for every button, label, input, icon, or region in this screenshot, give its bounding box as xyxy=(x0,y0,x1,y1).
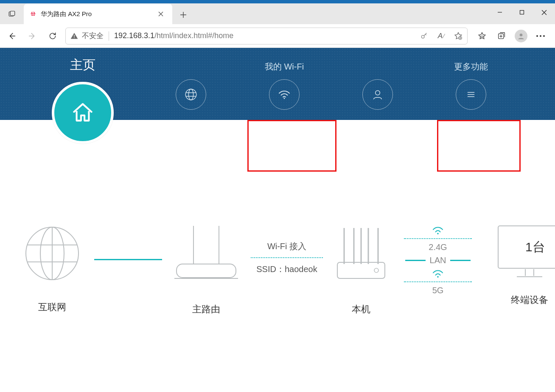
menu-icon-ring xyxy=(456,79,486,110)
refresh-icon xyxy=(48,32,57,40)
home-icon xyxy=(69,99,97,127)
topo-internet[interactable]: 互联网 xyxy=(16,224,88,314)
svg-rect-4 xyxy=(74,37,75,38)
tab-actions-button[interactable] xyxy=(0,4,24,24)
lan-line-right xyxy=(450,260,471,261)
browser-tab-strip: 华为路由 AX2 Pro xyxy=(0,0,555,24)
ellipsis-icon xyxy=(536,35,545,37)
topo-main-router-label: 主路由 xyxy=(192,303,220,316)
topo-terminals-label: 终端设备 xyxy=(511,294,548,306)
globe-icon xyxy=(184,87,198,102)
internet-globe-icon xyxy=(22,224,82,283)
address-bar[interactable]: 不安全 192.168.3.1/html/index.html#/home A⧸ xyxy=(65,28,468,44)
svg-rect-3 xyxy=(74,35,75,36)
svg-point-15 xyxy=(376,91,380,95)
wifi-icon-ring xyxy=(269,79,300,110)
svg-rect-2 xyxy=(520,11,524,14)
main-router-icon xyxy=(170,222,242,285)
favorite-star-icon[interactable] xyxy=(454,31,463,41)
nav-more-label: 更多功能 xyxy=(454,61,488,72)
maximize-icon xyxy=(519,10,524,15)
tab-title: 华为路由 AX2 Pro xyxy=(41,10,92,18)
lan-label: LAN xyxy=(430,256,446,265)
topo-lan-bands: 2.4G LAN 5G xyxy=(400,225,476,295)
menu-icon xyxy=(465,88,477,101)
main-nav: 主页 我的 Wi-Fi xyxy=(21,56,555,124)
terminal-count-text: 1台 xyxy=(525,240,545,254)
monitor-icon: 1台 xyxy=(496,222,555,285)
plus-icon xyxy=(180,11,187,18)
lan-line-left xyxy=(405,260,426,261)
nav-back-button[interactable] xyxy=(3,27,21,45)
more-menu-button[interactable] xyxy=(531,27,550,45)
topo-this-device[interactable]: 本机 xyxy=(329,222,393,316)
svg-point-12 xyxy=(185,89,196,100)
insecure-label: 不安全 xyxy=(82,31,104,41)
url-path: /html/index.html#/home xyxy=(154,31,233,40)
topo-main-router[interactable]: 主路由 xyxy=(168,222,244,316)
home-icon-circle xyxy=(52,82,114,144)
topo-internet-label: 互联网 xyxy=(38,301,66,314)
ssid-label: SSID：haodeok xyxy=(256,262,317,276)
profile-button[interactable] xyxy=(512,27,530,45)
dotted-line-5g xyxy=(404,281,472,282)
window-maximize-button[interactable] xyxy=(511,3,533,21)
nav-devices[interactable] xyxy=(331,56,424,110)
browser-tab-active[interactable]: 华为路由 AX2 Pro xyxy=(24,4,172,24)
highlight-box-wifi xyxy=(247,120,336,172)
nav-home[interactable]: 主页 xyxy=(21,56,144,141)
svg-point-11 xyxy=(543,35,545,37)
favorites-button[interactable] xyxy=(473,27,491,45)
close-icon xyxy=(158,11,163,17)
wifi-icon xyxy=(277,87,292,102)
svg-point-8 xyxy=(520,33,523,36)
topo-terminals[interactable]: 1台 终端设备 xyxy=(500,222,555,306)
browser-toolbar: 不安全 192.168.3.1/html/index.html#/home A⧸ xyxy=(0,24,555,48)
tab-actions-icon xyxy=(8,10,16,18)
password-key-icon[interactable] xyxy=(420,32,429,40)
window-controls xyxy=(489,3,555,21)
svg-point-9 xyxy=(536,35,538,37)
url-text: 192.168.3.1/html/index.html#/home xyxy=(114,31,233,40)
svg-rect-1 xyxy=(10,11,15,16)
band-24g-label: 2.4G xyxy=(429,242,447,252)
arrow-left-icon xyxy=(7,31,17,41)
window-close-button[interactable] xyxy=(533,3,555,21)
page-content: 主页 我的 Wi-Fi xyxy=(0,48,555,392)
nav-internet[interactable] xyxy=(144,56,238,110)
nav-refresh-button[interactable] xyxy=(43,27,62,45)
svg-point-14 xyxy=(284,98,285,99)
collections-button[interactable] xyxy=(492,27,511,45)
collections-icon xyxy=(497,31,506,41)
read-aloud-icon[interactable]: A⧸ xyxy=(438,32,444,40)
user-icon xyxy=(371,88,384,101)
nav-my-wifi-label: 我的 Wi-Fi xyxy=(265,61,304,72)
address-separator xyxy=(109,31,109,41)
svg-point-29 xyxy=(437,276,439,278)
tab-close-button[interactable] xyxy=(157,10,165,18)
arrow-right-icon xyxy=(28,31,37,41)
new-tab-button[interactable] xyxy=(175,6,192,23)
url-host: 192.168.3.1 xyxy=(114,31,154,40)
globe-icon-ring xyxy=(176,79,206,110)
nav-my-wifi[interactable]: 我的 Wi-Fi xyxy=(238,56,331,110)
nav-more[interactable]: 更多功能 xyxy=(424,56,518,110)
band-5g-label: 5G xyxy=(432,286,444,295)
wifi-access-label: Wi-Fi 接入 xyxy=(267,239,306,253)
nav-home-label: 主页 xyxy=(70,59,95,71)
topo-wifi-link: Wi-Fi 接入 SSID：haodeok xyxy=(244,239,329,276)
wifi-24g-icon xyxy=(431,225,445,235)
insecure-warning-icon xyxy=(70,32,78,40)
svg-point-27 xyxy=(374,268,378,272)
dotted-line-24g xyxy=(404,238,472,239)
window-minimize-button[interactable] xyxy=(489,3,511,21)
user-icon-ring xyxy=(362,79,393,110)
svg-rect-20 xyxy=(177,264,236,278)
svg-point-13 xyxy=(188,89,193,100)
svg-point-10 xyxy=(540,35,541,37)
favorites-icon xyxy=(477,31,487,41)
nav-forward-button[interactable] xyxy=(23,27,42,45)
this-router-icon xyxy=(331,222,391,285)
security-indicator[interactable]: 不安全 xyxy=(70,31,104,41)
topo-this-device-label: 本机 xyxy=(352,303,370,316)
